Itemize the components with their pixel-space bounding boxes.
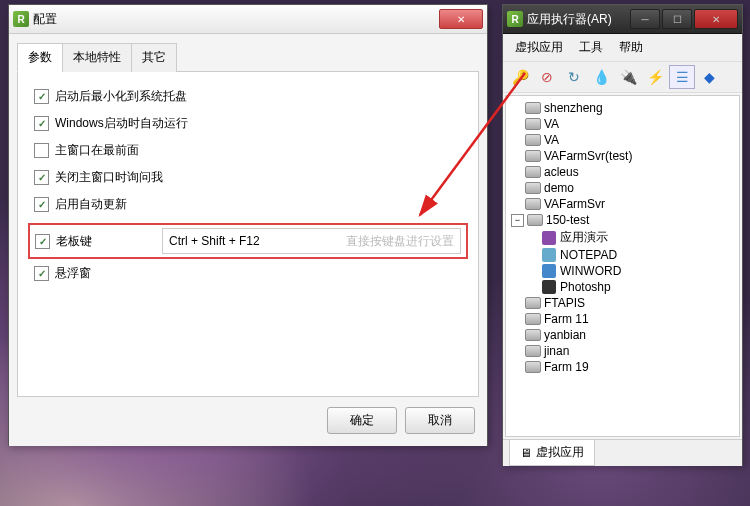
block-icon[interactable]: ⊘ [534, 65, 560, 89]
status-bar: 🖥 虚拟应用 [503, 439, 742, 466]
hotkey-row: 老板键 Ctrl + Shift + F12 直接按键盘进行设置 [28, 223, 468, 259]
checkbox-topmost[interactable] [34, 143, 49, 158]
checkbox-minimize[interactable] [34, 89, 49, 104]
config-title: 配置 [33, 11, 439, 28]
tree-item[interactable]: VAFarmSvr(test) [508, 148, 737, 164]
tree-item[interactable]: VA [508, 132, 737, 148]
tree-item[interactable]: shenzheng [508, 100, 737, 116]
status-label: 虚拟应用 [536, 444, 584, 461]
tree-item[interactable]: 应用演示 [508, 228, 737, 247]
list-icon[interactable]: ☰ [669, 65, 695, 89]
book-icon[interactable]: ◆ [696, 65, 722, 89]
tab-params[interactable]: 参数 [17, 43, 63, 72]
ok-button[interactable]: 确定 [327, 407, 397, 434]
ar-title: 应用执行器(AR) [527, 11, 630, 28]
key-icon[interactable]: 🔑 [507, 65, 533, 89]
label-askclose: 关闭主窗口时询问我 [55, 169, 163, 186]
plug-icon[interactable]: 🔌 [615, 65, 641, 89]
app-icon: R [13, 11, 29, 27]
minimize-icon[interactable]: ─ [630, 9, 660, 29]
tree-view[interactable]: shenzhengVAVAVAFarmSvr(test)acleusdemoVA… [505, 95, 740, 437]
tree-item[interactable]: yanbian [508, 327, 737, 343]
menu-help[interactable]: 帮助 [613, 36, 649, 59]
tab-local[interactable]: 本地特性 [62, 43, 132, 72]
tree-item[interactable]: VA [508, 116, 737, 132]
tree-item[interactable]: acleus [508, 164, 737, 180]
checkbox-floatwin[interactable] [34, 266, 49, 281]
label-bosskey: 老板键 [56, 233, 156, 250]
hotkey-value: Ctrl + Shift + F12 [169, 234, 260, 248]
tree-item[interactable]: Farm 11 [508, 311, 737, 327]
cancel-button[interactable]: 取消 [405, 407, 475, 434]
checkbox-askclose[interactable] [34, 170, 49, 185]
tree-item[interactable]: WINWORD [508, 263, 737, 279]
config-tabs: 参数 本地特性 其它 [17, 42, 479, 72]
checkbox-autoupdate[interactable] [34, 197, 49, 212]
collapse-icon[interactable]: − [511, 214, 524, 227]
menu-tools[interactable]: 工具 [573, 36, 609, 59]
tree-item[interactable]: NOTEPAD [508, 247, 737, 263]
tree-item[interactable]: Photoshp [508, 279, 737, 295]
checkbox-bosskey[interactable] [35, 234, 50, 249]
label-floatwin: 悬浮窗 [55, 265, 91, 282]
tree-item[interactable]: VAFarmSvr [508, 196, 737, 212]
menu-vapp[interactable]: 虚拟应用 [509, 36, 569, 59]
toolbar: 🔑 ⊘ ↻ 💧 🔌 ⚡ ☰ ◆ [503, 62, 742, 93]
ar-titlebar[interactable]: R 应用执行器(AR) ─ ☐ ✕ [503, 5, 742, 34]
label-topmost: 主窗口在最前面 [55, 142, 139, 159]
hotkey-hint: 直接按键盘进行设置 [346, 233, 454, 250]
close-icon[interactable]: ✕ [439, 9, 483, 29]
ar-window: R 应用执行器(AR) ─ ☐ ✕ 虚拟应用 工具 帮助 🔑 ⊘ ↻ 💧 🔌 ⚡… [502, 4, 743, 466]
hotkey-input[interactable]: Ctrl + Shift + F12 直接按键盘进行设置 [162, 228, 461, 254]
bolt-icon[interactable]: ⚡ [642, 65, 668, 89]
monitor-icon: 🖥 [520, 446, 532, 460]
app-icon: R [507, 11, 523, 27]
tab-other[interactable]: 其它 [131, 43, 177, 72]
label-autostart: Windows启动时自动运行 [55, 115, 188, 132]
status-tab[interactable]: 🖥 虚拟应用 [509, 440, 595, 466]
menubar: 虚拟应用 工具 帮助 [503, 34, 742, 62]
tree-item[interactable]: −150-test [508, 212, 737, 228]
label-minimize: 启动后最小化到系统托盘 [55, 88, 187, 105]
tree-item[interactable]: demo [508, 180, 737, 196]
config-window: R 配置 ✕ 参数 本地特性 其它 启动后最小化到系统托盘 Windows启动时… [8, 4, 488, 446]
maximize-icon[interactable]: ☐ [662, 9, 692, 29]
dropper-icon[interactable]: 💧 [588, 65, 614, 89]
close-icon[interactable]: ✕ [694, 9, 738, 29]
config-titlebar[interactable]: R 配置 ✕ [9, 5, 487, 34]
checkbox-autostart[interactable] [34, 116, 49, 131]
tree-item[interactable]: FTAPIS [508, 295, 737, 311]
label-autoupdate: 启用自动更新 [55, 196, 127, 213]
refresh-icon[interactable]: ↻ [561, 65, 587, 89]
tree-item[interactable]: jinan [508, 343, 737, 359]
tree-item[interactable]: Farm 19 [508, 359, 737, 375]
